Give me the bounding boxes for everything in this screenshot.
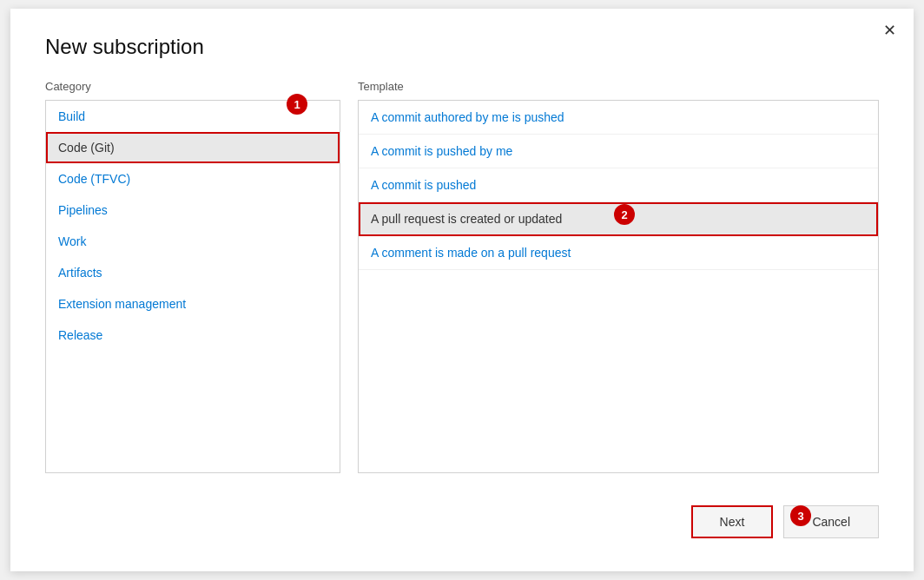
category-list: Build Code (Git) Code (TFVC) Pipelines W… — [45, 100, 340, 473]
dialog-title: New subscription — [45, 35, 879, 59]
category-item-work[interactable]: Work — [46, 226, 340, 257]
template-item-commit-authored[interactable]: A commit authored by me is pushed — [359, 101, 878, 135]
close-button[interactable]: ✕ — [883, 23, 896, 38]
dialog: ✕ New subscription 1 2 3 Category Build … — [10, 9, 914, 571]
category-item-pipelines[interactable]: Pipelines — [46, 194, 340, 226]
template-label: Template — [358, 80, 879, 93]
template-item-commit-pushed[interactable]: A commit is pushed — [359, 168, 878, 202]
category-label: Category — [45, 80, 340, 93]
category-item-extension-mgmt[interactable]: Extension management — [46, 288, 340, 320]
category-item-code-tfvc[interactable]: Code (TFVC) — [46, 163, 340, 194]
step-badge-3: 3 — [790, 505, 811, 526]
template-list: A commit authored by me is pushed A comm… — [358, 100, 879, 473]
template-section: Template A commit authored by me is push… — [358, 80, 879, 479]
next-button[interactable]: Next — [691, 505, 774, 538]
step-badge-2: 2 — [614, 204, 635, 225]
footer: Next Cancel — [45, 497, 879, 538]
template-item-commit-pushed-by-me[interactable]: A commit is pushed by me — [359, 135, 878, 168]
category-item-code-git[interactable]: Code (Git) — [46, 132, 340, 163]
content-area: Category Build Code (Git) Code (TFVC) Pi… — [45, 80, 879, 479]
step-badge-1: 1 — [287, 94, 307, 115]
template-item-comment-pull-request[interactable]: A comment is made on a pull request — [359, 236, 878, 270]
category-item-release[interactable]: Release — [46, 320, 340, 351]
category-item-artifacts[interactable]: Artifacts — [46, 257, 340, 288]
category-section: Category Build Code (Git) Code (TFVC) Pi… — [45, 80, 340, 479]
